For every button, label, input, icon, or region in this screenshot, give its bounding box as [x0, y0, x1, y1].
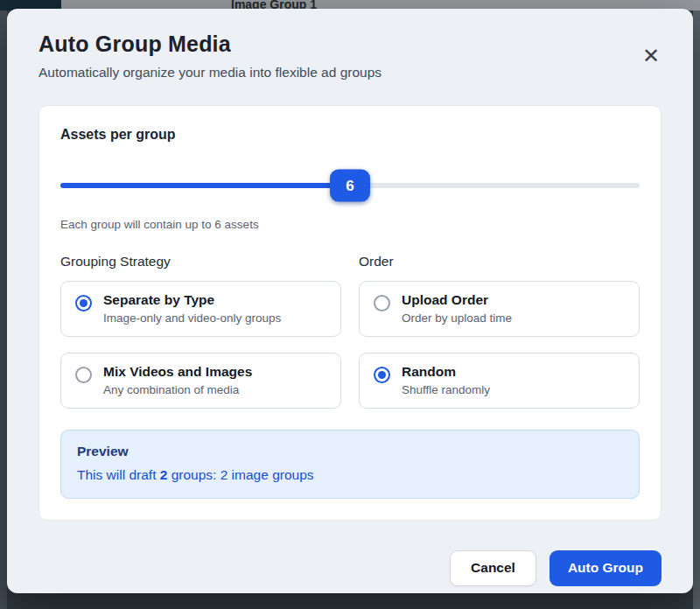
slider-caption: Each group will contain up to 6 assets [60, 218, 640, 231]
option-text: Separate by Type Image-only and video-on… [103, 292, 281, 325]
dialog-header: Auto Group Media Automatically organize … [7, 9, 693, 80]
radio-upload-order[interactable] [374, 295, 390, 312]
option-separate-by-type[interactable]: Separate by Type Image-only and video-on… [60, 281, 341, 337]
settings-card: Assets per group 6 Each group will conta… [38, 105, 662, 521]
preview-panel: Preview This will draft 2 groups: 2 imag… [60, 430, 640, 499]
preview-summary: This will draft 2 groups: 2 image groups [77, 467, 623, 483]
option-label: Mix Videos and Images [103, 364, 252, 380]
dialog-footer: Cancel Auto Group [38, 521, 662, 586]
option-upload-order[interactable]: Upload Order Order by upload time [359, 281, 640, 337]
option-random[interactable]: Random Shuffle randomly [359, 353, 640, 409]
auto-group-media-dialog: Auto Group Media Automatically organize … [7, 9, 693, 593]
options-columns: Grouping Strategy Separate by Type Image… [60, 254, 640, 424]
option-label: Random [402, 364, 490, 380]
radio-separate-by-type[interactable] [75, 295, 92, 312]
option-description: Shuffle randomly [402, 383, 490, 396]
assets-per-group-label: Assets per group [60, 127, 640, 143]
option-label: Separate by Type [103, 292, 281, 308]
grouping-strategy-column: Grouping Strategy Separate by Type Image… [60, 254, 341, 424]
preview-text-suffix: groups: 2 image groups [167, 467, 313, 482]
option-description: Order by upload time [402, 312, 512, 325]
order-label: Order [359, 254, 640, 270]
dialog-title: Auto Group Media [38, 32, 662, 57]
option-mix-videos-images[interactable]: Mix Videos and Images Any combination of… [60, 353, 341, 409]
order-column: Order Upload Order Order by upload time … [359, 254, 640, 424]
preview-text-prefix: This will draft [77, 467, 160, 482]
option-description: Any combination of media [103, 383, 252, 396]
radio-mix-videos-images[interactable] [75, 367, 92, 383]
option-label: Upload Order [402, 292, 512, 308]
close-icon[interactable]: ✕ [637, 42, 665, 70]
grouping-strategy-label: Grouping Strategy [60, 254, 341, 270]
auto-group-button[interactable]: Auto Group [550, 550, 662, 586]
option-text: Upload Order Order by upload time [402, 292, 512, 325]
option-text: Mix Videos and Images Any combination of… [103, 364, 252, 396]
option-description: Image-only and video-only groups [103, 312, 281, 325]
assets-per-group-slider[interactable]: 6 [60, 169, 640, 202]
radio-random[interactable] [374, 367, 390, 383]
slider-fill [60, 183, 350, 188]
preview-title: Preview [77, 444, 623, 459]
dialog-subtitle: Automatically organize your media into f… [38, 65, 662, 80]
cancel-button[interactable]: Cancel [450, 550, 536, 586]
option-text: Random Shuffle randomly [402, 364, 490, 396]
slider-thumb[interactable]: 6 [330, 170, 370, 202]
